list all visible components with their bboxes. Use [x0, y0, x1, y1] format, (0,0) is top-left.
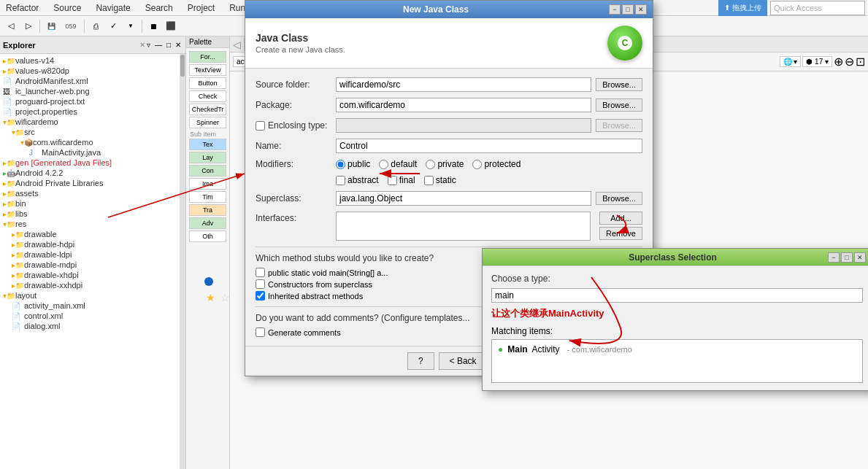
- palette-item-lay[interactable]: Lay: [189, 152, 226, 163]
- enclosing-type-input[interactable]: [336, 118, 591, 133]
- palette-item-ima[interactable]: Ima: [189, 178, 226, 190]
- modifier-static-check[interactable]: [424, 176, 434, 185]
- sidebar-item-android422[interactable]: ▸🤖 Android 4.2.2: [0, 168, 180, 178]
- sidebar-item-ic-launcher[interactable]: 🖼 ic_launcher-web.png: [0, 86, 180, 96]
- sidebar-item-project-props[interactable]: 📄 project.properties: [0, 106, 180, 117]
- tab-arrow-left[interactable]: ◁: [233, 39, 241, 50]
- sidebar-item-control-xml[interactable]: 📄 control.xml: [0, 311, 180, 321]
- zoom-fit-icon[interactable]: ⊡: [856, 55, 865, 69]
- dialog-maximize-btn[interactable]: □: [622, 4, 634, 15]
- sidebar-item-values-w820dp[interactable]: ▸📁 values-w820dp: [0, 66, 180, 76]
- sidebar-item-src[interactable]: ▾📁 src: [0, 127, 180, 137]
- modifier-protected-radio[interactable]: [472, 160, 482, 169]
- stub-constructors-check[interactable]: [256, 279, 265, 289]
- menu-search[interactable]: Search: [142, 3, 176, 13]
- super-minimize-btn[interactable]: −: [828, 252, 840, 263]
- sidebar-icon-collapse[interactable]: ▿: [145, 40, 152, 50]
- enclosing-type-checkbox[interactable]: [256, 121, 265, 131]
- sidebar-item-layout[interactable]: ▾📁 layout: [0, 290, 180, 301]
- palette-item-tra[interactable]: Tra: [189, 204, 226, 216]
- menu-navigate[interactable]: Navigate: [93, 3, 133, 13]
- sidebar-item-dialog-xml[interactable]: 📄 dialog.xml: [0, 321, 180, 331]
- matching-item-mainactivity[interactable]: ● Main Activity - com.wificardemo: [495, 343, 859, 356]
- stub-main-check[interactable]: [256, 268, 265, 277]
- menu-refactor[interactable]: Refactor: [3, 3, 42, 13]
- palette-tab[interactable]: Palette: [186, 36, 229, 48]
- sidebar-item-drawable-ldpi[interactable]: ▸📁 drawable-ldpi: [0, 249, 180, 260]
- sidebar-item-gen[interactable]: ▸📁 gen [Generated Java Files]: [0, 158, 180, 168]
- generate-comments-check[interactable]: [256, 327, 265, 337]
- toolbar-btn-7[interactable]: ⬛: [163, 18, 179, 34]
- sidebar-item-activity-main[interactable]: 📄 activity_main.xml: [0, 301, 180, 311]
- menu-project[interactable]: Project: [185, 3, 218, 13]
- zoom-out-icon[interactable]: ⊖: [845, 55, 854, 69]
- interfaces-add-btn[interactable]: Add...: [599, 212, 642, 225]
- toolbar-btn-counter[interactable]: 059: [61, 18, 81, 34]
- modifier-abstract-check[interactable]: [336, 176, 345, 185]
- sidebar-icon-expand[interactable]: ―: [153, 40, 164, 50]
- sidebar-item-com-wificardemo[interactable]: ▾📦 com.wificardemo: [0, 137, 180, 147]
- menu-source[interactable]: Source: [50, 3, 84, 13]
- palette-item-adv[interactable]: Adv: [189, 217, 226, 229]
- sidebar-icon-close[interactable]: ✕: [174, 40, 183, 50]
- source-folder-browse-btn[interactable]: Browse...: [596, 78, 642, 91]
- sidebar-item-drawable[interactable]: ▸📁 drawable: [0, 229, 180, 239]
- modifier-final[interactable]: final: [388, 175, 415, 185]
- modifier-private[interactable]: private: [426, 159, 464, 169]
- modifier-protected[interactable]: protected: [472, 159, 521, 169]
- palette-item-tim[interactable]: Tim: [189, 191, 226, 203]
- modifier-private-radio[interactable]: [426, 160, 435, 169]
- sidebar-item-libs[interactable]: ▸📁 libs: [0, 209, 180, 219]
- toolbar-btn-1[interactable]: ◁: [3, 18, 19, 34]
- superclass-browse-btn[interactable]: Browse...: [596, 192, 642, 205]
- stub-inherited-check[interactable]: [256, 291, 265, 301]
- interfaces-remove-btn[interactable]: Remove: [599, 227, 642, 240]
- superclass-input[interactable]: [336, 191, 591, 206]
- sidebar-item-assets[interactable]: ▸📁 assets: [0, 188, 180, 198]
- modifier-public-radio[interactable]: [336, 160, 345, 169]
- source-folder-input[interactable]: [336, 77, 591, 92]
- android-dropdown[interactable]: ⬢ 17 ▾: [802, 56, 832, 67]
- palette-item-tex[interactable]: Tex: [189, 139, 226, 150]
- sidebar-item-res[interactable]: ▾📁 res: [0, 219, 180, 229]
- dialog-minimize-btn[interactable]: −: [609, 4, 621, 15]
- palette-item-check[interactable]: Check: [189, 90, 226, 102]
- sidebar-item-mainactivity[interactable]: J MainActivity.java: [0, 147, 180, 158]
- name-input[interactable]: [336, 139, 642, 153]
- sidebar-item-wificardemo[interactable]: ▾📁 wificardemo: [0, 117, 180, 127]
- sidebar-item-androidmanifest[interactable]: 📄 AndroidManifest.xml: [0, 76, 180, 86]
- sidebar-item-values-v14[interactable]: ▸📁 values-v14: [0, 55, 180, 66]
- modifier-final-check[interactable]: [388, 176, 397, 185]
- palette-item-oth[interactable]: Oth: [189, 230, 226, 242]
- palette-item-button[interactable]: Button: [189, 77, 226, 89]
- globe-dropdown[interactable]: 🌐 ▾: [780, 56, 802, 67]
- toolbar-btn-3[interactable]: ⎙: [88, 18, 104, 34]
- sidebar-item-drawable-mdpi[interactable]: ▸📁 drawable-mdpi: [0, 260, 180, 270]
- back-btn[interactable]: < Back: [439, 352, 488, 370]
- sidebar-item-proguard[interactable]: 📄 proguard-project.txt: [0, 96, 180, 106]
- modifier-abstract[interactable]: abstract: [336, 175, 379, 185]
- modifier-default-radio[interactable]: [379, 160, 388, 169]
- dialog-close-btn[interactable]: ✕: [635, 4, 647, 15]
- sidebar-scrollbar[interactable]: [180, 54, 185, 469]
- sidebar-item-drawable-hdpi[interactable]: ▸📁 drawable-hdpi: [0, 239, 180, 249]
- upload-button[interactable]: ⬆ 拖拽上传: [718, 0, 767, 16]
- super-maximize-btn[interactable]: □: [841, 252, 853, 263]
- toolbar-btn-5[interactable]: ▼: [123, 18, 139, 34]
- package-browse-btn[interactable]: Browse...: [596, 98, 642, 112]
- toolbar-btn-4[interactable]: ✓: [105, 18, 121, 34]
- package-input[interactable]: [336, 98, 591, 112]
- zoom-in-icon[interactable]: ⊕: [834, 55, 843, 69]
- palette-item-con[interactable]: Con: [189, 165, 226, 177]
- toolbar-btn-2[interactable]: ▷: [20, 18, 37, 34]
- palette-item-spinner[interactable]: Spinner: [189, 117, 226, 128]
- modifier-public[interactable]: public: [336, 159, 370, 169]
- toolbar-btn-save[interactable]: 💾: [43, 18, 59, 34]
- super-close-btn[interactable]: ✕: [854, 252, 866, 263]
- modifier-default[interactable]: default: [379, 159, 417, 169]
- super-search-input[interactable]: [491, 288, 863, 303]
- sidebar-item-bin[interactable]: ▸📁 bin: [0, 198, 180, 209]
- sidebar-item-private-libs[interactable]: ▸📁 Android Private Libraries: [0, 178, 180, 188]
- palette-item-forms[interactable]: For...: [189, 51, 226, 63]
- sidebar-item-drawable-xhdpi[interactable]: ▸📁 drawable-xhdpi: [0, 270, 180, 280]
